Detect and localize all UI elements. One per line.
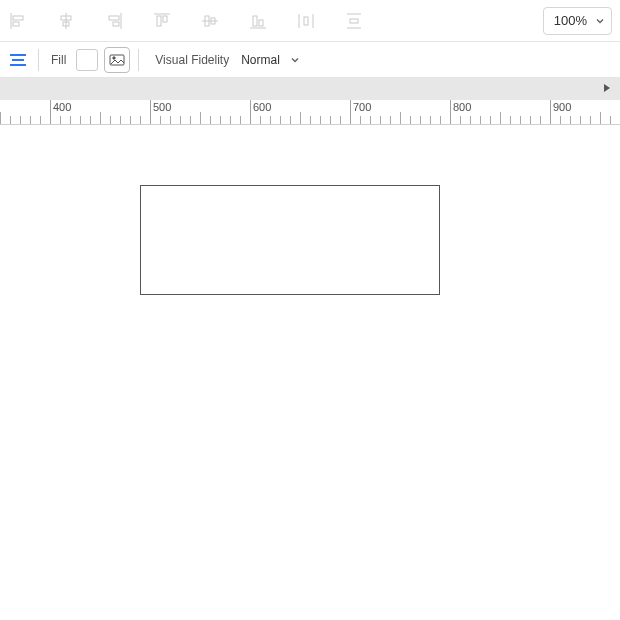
svg-rect-23: [350, 19, 358, 23]
breadcrumb-toggle-icon[interactable]: [6, 48, 30, 72]
svg-rect-10: [157, 16, 161, 26]
align-right-icon[interactable]: [104, 11, 124, 31]
svg-rect-20: [304, 17, 308, 25]
align-object-group: [8, 11, 152, 31]
divider: [38, 49, 39, 71]
align-left-icon[interactable]: [8, 11, 28, 31]
properties-toolbar: Fill Visual Fidelity Normal: [0, 42, 620, 78]
svg-marker-29: [604, 84, 610, 92]
ruler-label: 900: [550, 101, 571, 113]
svg-rect-2: [13, 22, 19, 26]
zoom-value: 100%: [554, 13, 587, 28]
align-vertical-group: [152, 11, 296, 31]
align-bottom-icon[interactable]: [248, 11, 268, 31]
align-top-icon[interactable]: [152, 11, 172, 31]
visual-fidelity-value: Normal: [241, 53, 280, 67]
distribute-horizontal-icon[interactable]: [296, 11, 316, 31]
svg-rect-16: [253, 16, 257, 26]
align-center-h-icon[interactable]: [56, 11, 76, 31]
fill-color-swatch[interactable]: [76, 49, 98, 71]
fill-group: Fill: [47, 47, 130, 73]
align-middle-icon[interactable]: [200, 11, 220, 31]
distribute-group: [296, 11, 392, 31]
fill-label: Fill: [47, 53, 70, 67]
ruler-label: 600: [250, 101, 271, 113]
play-end-icon[interactable]: [602, 81, 616, 95]
horizontal-ruler[interactable]: 400500600700800900: [0, 100, 620, 125]
svg-rect-11: [163, 16, 167, 22]
timeline-strip[interactable]: [0, 78, 620, 100]
chevron-down-icon: [595, 16, 605, 26]
rectangle-shape[interactable]: [140, 185, 440, 295]
svg-rect-1: [13, 16, 23, 20]
svg-rect-8: [113, 22, 119, 26]
svg-point-28: [113, 56, 115, 58]
fill-pattern-button[interactable]: [104, 47, 130, 73]
ruler-label: 800: [450, 101, 471, 113]
visual-fidelity-select[interactable]: Normal: [237, 53, 304, 67]
chevron-down-icon: [290, 55, 300, 65]
svg-rect-17: [259, 20, 263, 26]
ruler-label: 500: [150, 101, 171, 113]
canvas-area[interactable]: [0, 125, 620, 620]
divider: [138, 49, 139, 71]
ruler-label: 700: [350, 101, 371, 113]
ruler-label: 400: [50, 101, 71, 113]
alignment-toolbar: 100%: [0, 0, 620, 42]
svg-rect-7: [109, 16, 119, 20]
zoom-selector[interactable]: 100%: [543, 7, 612, 35]
visual-fidelity-label: Visual Fidelity: [155, 53, 229, 67]
visual-fidelity-group: Visual Fidelity Normal: [147, 53, 303, 67]
distribute-vertical-icon[interactable]: [344, 11, 364, 31]
